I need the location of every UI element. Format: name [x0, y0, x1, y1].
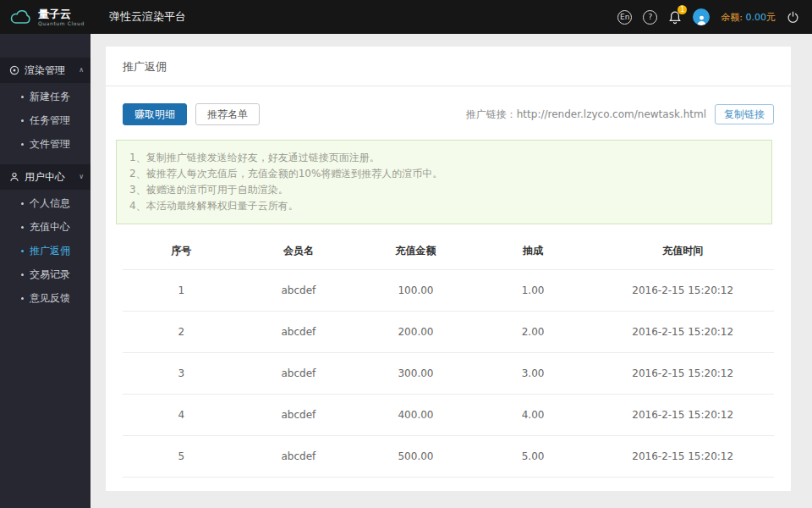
notice-line: 4、本活动最终解释权归量子云所有。 — [129, 198, 759, 214]
cloud-logo-icon — [8, 8, 34, 26]
sidebar-item-recharge-center[interactable]: 充值中心 — [0, 215, 91, 239]
topbar: 量子云 Quantum Cloud 弹性云渲染平台 En ? 1 余额: 0.0… — [0, 0, 812, 34]
toolbar: 赚取明细 推荐名单 推广链接：http://render.lzyco.com/n… — [106, 86, 791, 125]
cell-commission: 5.00 — [475, 436, 592, 478]
table-row: 2 abcdef 200.00 2.00 2016-2-15 15:20:12 — [123, 312, 774, 353]
sidebar-item-new-task[interactable]: 新建任务 — [0, 85, 91, 108]
col-header-commission: 抽成 — [475, 231, 592, 270]
promo-link-url: http://render.lzyco.com/newtask.html — [517, 108, 706, 120]
summary-bar: 推荐总人数：0 推荐人充值总额：0 所获提成总额：0 — [123, 478, 774, 491]
sidebar: 渲染管理 ∧ 新建任务 任务管理 文件管理 — [0, 34, 91, 508]
promotion-rebate-card: 推广返佣 赚取明细 推荐名单 推广链接：http://render.lzyco.… — [106, 47, 791, 491]
balance-label: 余额: — [721, 12, 743, 23]
notice-line: 2、被推荐人每次充值后，充值金额的10%将赠送到推荐人的渲币中。 — [129, 166, 759, 182]
sidebar-section-user-center[interactable]: 用户中心 ∨ — [0, 164, 91, 190]
user-avatar-icon — [696, 14, 707, 25]
rebate-table: 序号 会员名 充值金额 抽成 充值时间 1 abcdef 100 — [123, 231, 774, 478]
balance-unit: 元 — [766, 12, 776, 23]
cell-amount: 500.00 — [357, 436, 475, 478]
sidebar-section-render-management[interactable]: 渲染管理 ∧ — [0, 58, 91, 83]
sidebar-item-personal-info[interactable]: 个人信息 — [0, 191, 91, 215]
col-header-index: 序号 — [123, 231, 240, 270]
render-management-icon — [9, 65, 19, 75]
cell-index: 1 — [123, 270, 240, 312]
table-row: 1 abcdef 100.00 1.00 2016-2-15 15:20:12 — [123, 270, 774, 312]
cell-index: 3 — [123, 353, 240, 395]
topbar-actions: En ? 1 余额: 0.00元 — [617, 8, 812, 25]
sidebar-group-render: 新建任务 任务管理 文件管理 — [0, 83, 91, 157]
bullet-icon — [21, 273, 24, 276]
balance-value: 0.00 — [746, 12, 767, 23]
logo-text: 量子云 Quantum Cloud — [38, 8, 85, 26]
cell-member: abcdef — [240, 353, 358, 395]
col-header-amount: 充值金额 — [357, 231, 475, 270]
sidebar-item-transaction-records[interactable]: 交易记录 — [0, 262, 91, 286]
sidebar-item-promotion-rebate[interactable]: 推广返佣 — [0, 239, 91, 262]
app-title: 弹性云渲染平台 — [109, 9, 186, 25]
bullet-icon — [21, 226, 24, 229]
page-title: 推广返佣 — [106, 47, 791, 86]
power-icon — [787, 11, 799, 24]
notifications-button[interactable]: 1 — [668, 10, 682, 25]
sidebar-section-label: 用户中心 — [25, 170, 65, 185]
sidebar-item-label: 个人信息 — [30, 196, 70, 211]
cell-member: abcdef — [240, 270, 358, 312]
cell-index: 4 — [123, 395, 240, 436]
sidebar-item-file-management[interactable]: 文件管理 — [0, 132, 91, 156]
copy-link-button[interactable]: 复制链接 — [715, 104, 774, 124]
sidebar-item-label: 意见反馈 — [30, 291, 70, 306]
bullet-icon — [21, 119, 24, 122]
bullet-icon — [21, 96, 24, 98]
cell-amount: 300.00 — [357, 353, 475, 395]
col-header-member: 会员名 — [240, 231, 358, 270]
sidebar-item-task-management[interactable]: 任务管理 — [0, 108, 91, 132]
balance: 余额: 0.00元 — [721, 11, 776, 24]
cell-member: abcdef — [240, 312, 358, 353]
sidebar-item-label: 交易记录 — [30, 268, 70, 282]
logout-button[interactable] — [787, 11, 799, 24]
user-center-icon — [9, 172, 19, 182]
chevron-up-icon: ∧ — [79, 67, 84, 74]
cell-time: 2016-2-15 15:20:12 — [591, 270, 774, 312]
sidebar-group-user: 个人信息 充值中心 推广返佣 交易记录 意见反馈 — [0, 190, 91, 311]
cell-amount: 200.00 — [357, 312, 475, 353]
sidebar-item-label: 任务管理 — [30, 113, 70, 128]
rebate-table-wrap: 序号 会员名 充值金额 抽成 充值时间 1 abcdef 100 — [123, 231, 774, 478]
sidebar-item-feedback[interactable]: 意见反馈 — [0, 286, 91, 310]
avatar[interactable] — [693, 8, 710, 25]
cell-member: abcdef — [240, 395, 358, 436]
help-icon[interactable]: ? — [643, 10, 657, 25]
cell-commission: 1.00 — [475, 270, 592, 312]
bullet-icon — [21, 202, 24, 205]
cell-commission: 2.00 — [475, 312, 592, 353]
earn-detail-button[interactable]: 赚取明细 — [123, 103, 187, 125]
table-row: 4 abcdef 400.00 4.00 2016-2-15 15:20:12 — [123, 395, 774, 436]
cell-time: 2016-2-15 15:20:12 — [591, 353, 774, 395]
cell-time: 2016-2-15 15:20:12 — [591, 312, 774, 353]
sidebar-item-label: 推广返佣 — [30, 244, 70, 258]
table-row: 3 abcdef 300.00 3.00 2016-2-15 15:20:12 — [123, 353, 774, 395]
app-root: 量子云 Quantum Cloud 弹性云渲染平台 En ? 1 余额: 0.0… — [0, 0, 812, 508]
cell-amount: 100.00 — [357, 270, 475, 312]
bullet-icon — [21, 143, 24, 146]
cell-commission: 3.00 — [475, 353, 592, 395]
cell-amount: 400.00 — [357, 395, 475, 436]
bullet-icon — [21, 250, 24, 252]
promotion-rules-notice: 1、复制推广链接发送给好友，好友通过链接页面注册。 2、被推荐人每次充值后，充值… — [116, 140, 772, 224]
language-toggle[interactable]: En — [617, 10, 632, 25]
notice-line: 1、复制推广链接发送给好友，好友通过链接页面注册。 — [129, 150, 759, 166]
bullet-icon — [21, 297, 24, 300]
promo-link-area: 推广链接：http://render.lzyco.com/newtask.htm… — [466, 104, 774, 124]
sidebar-section-label: 渲染管理 — [25, 64, 65, 78]
cell-index: 2 — [123, 312, 240, 353]
promo-link-text: 推广链接：http://render.lzyco.com/newtask.htm… — [466, 108, 706, 122]
sidebar-item-label: 新建任务 — [30, 90, 70, 104]
col-header-time: 充值时间 — [591, 231, 774, 270]
table-header-row: 序号 会员名 充值金额 抽成 充值时间 — [123, 231, 774, 270]
logo[interactable]: 量子云 Quantum Cloud — [0, 0, 91, 34]
table-row: 5 abcdef 500.00 5.00 2016-2-15 15:20:12 — [123, 436, 774, 478]
cell-member: abcdef — [240, 436, 358, 478]
notification-badge: 1 — [678, 5, 687, 14]
referral-list-button[interactable]: 推荐名单 — [195, 103, 260, 125]
cell-index: 5 — [123, 436, 240, 478]
